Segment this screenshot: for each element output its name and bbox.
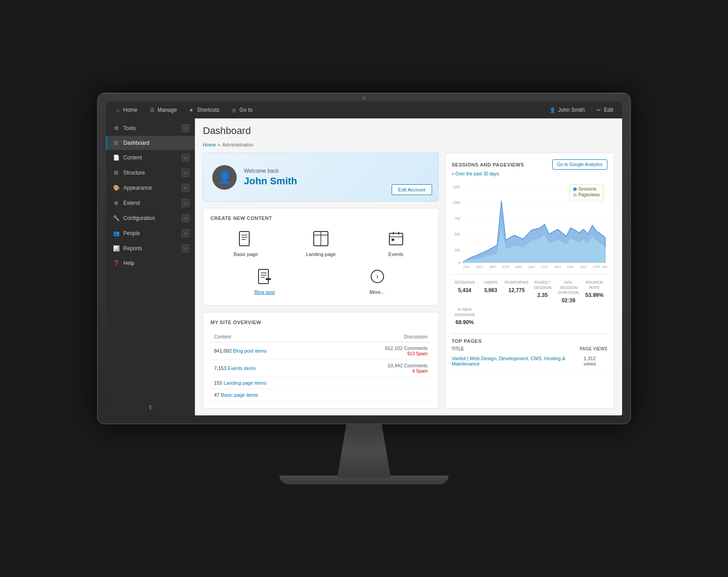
svg-text:19/07: 19/07 xyxy=(554,265,561,268)
sidebar-label-help: Help xyxy=(123,260,134,266)
sidebar-item-appearance[interactable]: 🎨 Appearance ⊙ xyxy=(106,180,195,195)
top-pages-title: TOP PAGES xyxy=(452,338,607,344)
nav-manage-label: Manage xyxy=(158,107,177,113)
sidebar-label-reports: Reports xyxy=(123,245,142,252)
configuration-chevron: ⊙ xyxy=(182,214,190,222)
sidebar-item-people[interactable]: 👥 People ⊙ xyxy=(106,226,195,241)
people-chevron: ⊙ xyxy=(182,229,190,237)
nav-manage[interactable]: ☰ Manage xyxy=(145,105,181,115)
sidebar-item-tools[interactable]: ⚙ Tools ⊙ xyxy=(106,121,195,136)
content-type-basic-page[interactable]: Basic page xyxy=(210,227,281,260)
appearance-icon: 🎨 xyxy=(113,184,120,191)
dashboard-icon: ⊟ xyxy=(113,139,120,146)
go-analytics-button[interactable]: Go to Google Analytics xyxy=(552,159,607,170)
sessions-dot xyxy=(573,187,577,191)
sessions-label: Sessions xyxy=(578,187,597,191)
dashboard-grid: 👤 Welcome back John Smith Edit Account xyxy=(203,153,614,409)
stat-value: 2.35 xyxy=(530,292,554,298)
site-overview-card: MY SITE OVERVIEW Content Discussion xyxy=(203,312,439,409)
avatar: 👤 xyxy=(212,165,237,190)
goto-icon: ◎ xyxy=(231,107,237,113)
left-column: 👤 Welcome back John Smith Edit Account xyxy=(203,153,439,409)
content-chevron: ⊙ xyxy=(182,154,190,162)
appearance-chevron: ⊙ xyxy=(182,184,190,192)
svg-text:05/07: 05/07 xyxy=(489,265,496,268)
table-row: 47 Basic page items xyxy=(210,389,431,401)
stat-value: 12,775 xyxy=(505,287,529,293)
chart-legend: Sessions Pageviews xyxy=(569,184,604,200)
table-row: 7,153 Events items 10,442 Comments4 Spam xyxy=(210,360,431,377)
svg-text:27/07: 27/07 xyxy=(593,265,600,268)
stat-header: Pageviews xyxy=(505,280,529,285)
content-type-events[interactable]: Events xyxy=(360,227,431,260)
sidebar-label-configuration: Configuration xyxy=(123,215,155,221)
more-icon: › xyxy=(369,268,385,287)
svg-rect-12 xyxy=(259,269,268,284)
svg-text:250: 250 xyxy=(454,248,460,252)
stat-cell: Pages / Session 2.35 xyxy=(530,278,555,305)
camera-dot xyxy=(362,96,366,100)
basic-page-icon xyxy=(238,231,254,249)
sidebar-item-structure[interactable]: ⊞ Structure ⊙ xyxy=(106,165,195,180)
analytics-subtitle: » Over the past 30 days. xyxy=(452,171,607,176)
list-item: Vardot | Web Design, Development, CMS, H… xyxy=(452,354,607,369)
content-type-blog-post[interactable]: Blog post xyxy=(210,265,319,298)
sidebar-item-extend[interactable]: ⊕ Extend ⊙ xyxy=(106,195,195,211)
svg-text:29/07: 29/07 xyxy=(602,265,607,268)
sidebar-label-extend: Extend xyxy=(123,200,140,206)
sidebar-label-content: Content xyxy=(123,154,142,161)
content-cell: 47 Basic page items xyxy=(210,389,331,401)
discussion-cell: 912,102 Comments913 Spam xyxy=(331,342,431,360)
extend-chevron: ⊙ xyxy=(182,199,190,207)
content-type-landing-page[interactable]: Landing page xyxy=(286,227,356,260)
sidebar-collapse-btn[interactable]: ⬆ xyxy=(148,404,153,411)
stats-row: Sessions 5,434 Users 3,963 Pageviews 12,… xyxy=(452,274,607,327)
welcome-back-label: Welcome back xyxy=(244,168,429,174)
sidebar-item-configuration[interactable]: 🔧 Configuration ⊙ xyxy=(106,211,195,226)
basic-page-label: Basic page xyxy=(234,252,258,257)
content-type-more[interactable]: › More... xyxy=(323,265,431,298)
discussion-cell xyxy=(331,377,431,389)
svg-rect-11 xyxy=(392,239,394,241)
legend-sessions: Sessions xyxy=(573,187,600,191)
stat-cell: Sessions 5,434 xyxy=(452,278,477,305)
monitor-screen: ⌂ Home ☰ Manage ★ Shortcuts ◎ Go to 👤 xyxy=(106,102,622,415)
top-pages-link[interactable]: Vardot | Web Design, Development, CMS, H… xyxy=(452,356,583,366)
sidebar-item-content[interactable]: 📄 Content ⊙ xyxy=(106,150,195,165)
main-layout: ⚙ Tools ⊙ ⊟ Dashboard 📄 xyxy=(106,118,622,415)
nav-goto[interactable]: ◎ Go to xyxy=(226,105,257,115)
sidebar-item-dashboard[interactable]: ⊟ Dashboard xyxy=(106,136,195,150)
stat-cell: % New Sessions 68.90% xyxy=(452,305,477,327)
nav-home[interactable]: ⌂ Home xyxy=(110,105,142,115)
stat-header: Avg. Session Duration xyxy=(556,280,580,296)
breadcrumb-home[interactable]: Home xyxy=(203,142,216,147)
svg-text:1000: 1000 xyxy=(453,200,461,205)
nav-shortcuts[interactable]: ★ Shortcuts xyxy=(184,105,224,115)
analytics-panel: SESSIONS AND PAGEVIEWS Go to Google Anal… xyxy=(445,153,614,409)
svg-text:0: 0 xyxy=(458,260,461,265)
svg-text:750: 750 xyxy=(454,216,460,221)
landing-page-label: Landing page xyxy=(306,252,336,257)
reports-chevron: ⊙ xyxy=(182,244,190,252)
svg-text:11/07: 11/07 xyxy=(528,265,535,268)
table-row: 841,092 Blog post items 912,102 Comments… xyxy=(210,342,431,360)
avatar-icon: 👤 xyxy=(218,171,232,184)
nav-goto-label: Go to xyxy=(239,107,252,113)
nav-edit[interactable]: ✏ Edit xyxy=(591,105,618,115)
sidebar-label-people: People xyxy=(123,230,140,236)
stat-cell: Users 3,963 xyxy=(477,278,503,305)
sidebar-label-tools: Tools xyxy=(123,125,136,131)
sidebar-item-reports[interactable]: 📊 Reports ⊙ xyxy=(106,241,195,256)
extend-icon: ⊕ xyxy=(113,199,120,207)
table-row: 155 Landing page items xyxy=(210,377,431,389)
sidebar-item-help[interactable]: ❓ Help xyxy=(106,256,195,270)
edit-account-button[interactable]: Edit Account xyxy=(392,184,432,195)
svg-text:500: 500 xyxy=(454,232,460,237)
user-icon: 👤 xyxy=(550,107,556,113)
create-content-card: CREATE NEW CONTENT Basic page xyxy=(203,208,439,306)
shortcuts-icon: ★ xyxy=(188,107,194,113)
svg-text:03/07: 03/07 xyxy=(476,265,483,268)
chart-container: 1250 1000 750 500 250 0 xyxy=(452,181,607,270)
analytics-title: SESSIONS AND PAGEVIEWS xyxy=(452,162,524,167)
top-pages-views: 1,312 views xyxy=(583,356,607,366)
